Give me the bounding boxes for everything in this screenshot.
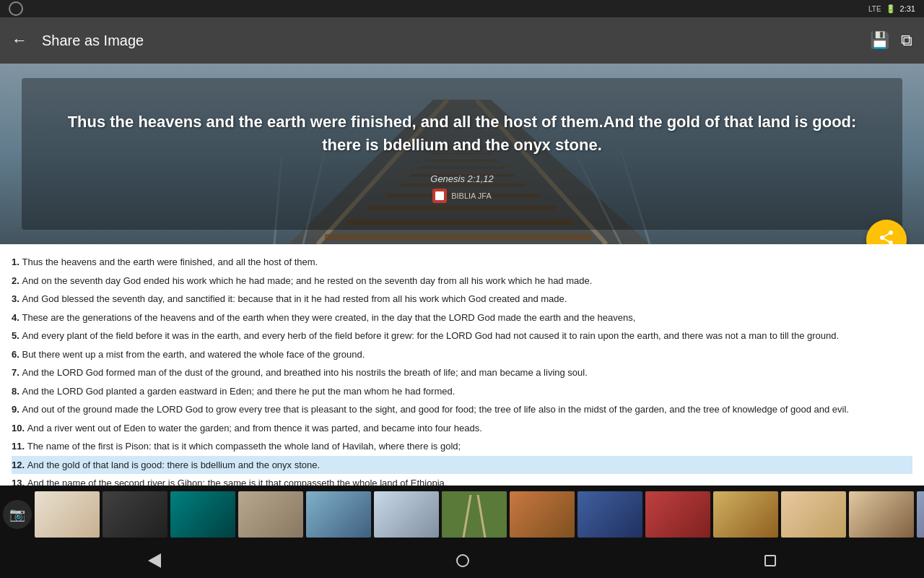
- verse-number: 3.: [12, 293, 22, 304]
- verse-row[interactable]: 12. And the gold of that land is good: t…: [12, 456, 912, 475]
- verse-row[interactable]: 6. But there went up a mist from the ear…: [12, 345, 912, 364]
- app-bar-actions: 💾 ⧉: [870, 31, 912, 50]
- status-bar-right: LTE 🔋 2:31: [868, 4, 915, 14]
- brand-logo: [432, 189, 447, 203]
- copy-button[interactable]: ⧉: [901, 31, 912, 50]
- camera-icon: 📷: [9, 506, 25, 522]
- verse-row[interactable]: 4. These are the generations of the heav…: [12, 309, 912, 327]
- signal-icon: LTE: [868, 5, 881, 13]
- verse-text: And every plant of the field before it w…: [22, 330, 839, 341]
- nav-back-icon: [148, 553, 161, 568]
- quote-reference: Genesis 2:1,12: [430, 173, 493, 184]
- thumbnail-11[interactable]: [713, 491, 778, 538]
- verse-row[interactable]: 3. And God blessed the seventh day, and …: [12, 290, 912, 309]
- verse-number: 7.: [12, 367, 22, 378]
- status-bar: LTE 🔋 2:31: [0, 0, 924, 17]
- verse-text: And the LORD God planted a garden eastwa…: [22, 386, 455, 397]
- page-title: Share as Image: [42, 33, 870, 49]
- nav-recents-icon: [764, 555, 776, 566]
- verse-number: 10.: [12, 423, 27, 434]
- verse-row[interactable]: 7. And the LORD God formed man of the du…: [12, 363, 912, 382]
- verse-row[interactable]: 2. And on the seventh day God ended his …: [12, 272, 912, 290]
- verse-number: 6.: [12, 349, 22, 360]
- thumbnail-1[interactable]: [35, 491, 100, 538]
- nav-bar: [0, 543, 924, 578]
- verse-number: 8.: [12, 386, 22, 397]
- nav-home-icon: [456, 554, 469, 567]
- clock: 2:31: [900, 4, 915, 13]
- verse-text: And the gold of that land is good: there…: [27, 460, 320, 470]
- verse-text: These are the generations of the heavens…: [22, 312, 635, 323]
- thumbnail-4[interactable]: [238, 491, 303, 538]
- verse-number: 1.: [12, 256, 22, 267]
- verse-text: And the name of the second river is Giho…: [27, 478, 448, 486]
- quote-card: Thus the heavens and the earth were fini…: [22, 78, 902, 230]
- verse-row[interactable]: 9. And out of the ground made the LORD G…: [12, 400, 912, 419]
- thumbnail-6[interactable]: [374, 491, 439, 538]
- thumbnail-7[interactable]: [442, 491, 507, 538]
- nav-home-button[interactable]: [439, 548, 487, 573]
- verse-row[interactable]: 10. And a river went out of Eden to wate…: [12, 419, 912, 438]
- verse-text: And the LORD God formed man of the dust …: [22, 367, 587, 378]
- verse-number: 11.: [12, 441, 27, 452]
- back-button[interactable]: ←: [12, 33, 27, 48]
- verse-row[interactable]: 5. And every plant of the field before i…: [12, 327, 912, 345]
- nav-back-button[interactable]: [131, 548, 178, 574]
- verse-row[interactable]: 8. And the LORD God planted a garden eas…: [12, 382, 912, 401]
- verse-number: 13.: [12, 478, 27, 486]
- verse-text: And a river went out of Eden to water th…: [27, 423, 482, 434]
- brand-name: BIBLIA JFA: [451, 191, 492, 200]
- verse-row[interactable]: 1. Thus the heavens and the earth were f…: [12, 253, 912, 272]
- verse-text: Thus the heavens and the earth were fini…: [22, 256, 318, 267]
- thumbnail-9[interactable]: [578, 491, 642, 538]
- verse-text: And out of the ground made the LORD God …: [22, 404, 848, 415]
- svg-rect-19: [442, 491, 507, 538]
- nav-recents-button[interactable]: [747, 549, 793, 572]
- thumbnail-12[interactable]: [781, 491, 846, 538]
- quote-text: Thus the heavens and the earth were fini…: [51, 111, 873, 157]
- verse-number: 4.: [12, 312, 22, 323]
- thumbnail-13[interactable]: [849, 491, 914, 538]
- verse-row[interactable]: 13. And the name of the second river is …: [12, 474, 912, 486]
- verse-number: 5.: [12, 330, 22, 341]
- thumbnail-2[interactable]: [103, 491, 167, 538]
- share-icon: [878, 229, 895, 244]
- verse-text: And God blessed the seventh day, and san…: [22, 293, 567, 304]
- verse-number: 2.: [12, 275, 22, 286]
- verse-number: 12.: [12, 460, 27, 470]
- save-button[interactable]: 💾: [870, 31, 889, 50]
- thumbnail-5[interactable]: [306, 491, 371, 538]
- thumbnail-3[interactable]: [170, 491, 235, 538]
- thumbnails-bar: 📷: [0, 486, 924, 543]
- bible-text-area[interactable]: 1. Thus the heavens and the earth were f…: [0, 244, 924, 486]
- camera-button[interactable]: 📷: [3, 500, 32, 529]
- thumbnail-8[interactable]: [510, 491, 575, 538]
- thumbnail-14[interactable]: [917, 491, 924, 538]
- app-bar: ← Share as Image 💾 ⧉: [0, 17, 924, 64]
- verse-text: And on the seventh day God ended his wor…: [22, 275, 592, 286]
- battery-icon: 🔋: [886, 4, 896, 14]
- verse-number: 9.: [12, 404, 22, 415]
- thumbnail-10[interactable]: [645, 491, 710, 538]
- brand-logo-inner: [435, 191, 444, 200]
- status-indicator: [9, 1, 23, 16]
- image-area: Thus the heavens and the earth were fini…: [0, 64, 924, 244]
- quote-branding: BIBLIA JFA: [432, 189, 492, 203]
- verse-row[interactable]: 11. The name of the first is Pison: that…: [12, 437, 912, 456]
- verse-text: But there went up a mist from the earth,…: [22, 349, 365, 360]
- verse-text: The name of the first is Pison: that is …: [27, 441, 461, 452]
